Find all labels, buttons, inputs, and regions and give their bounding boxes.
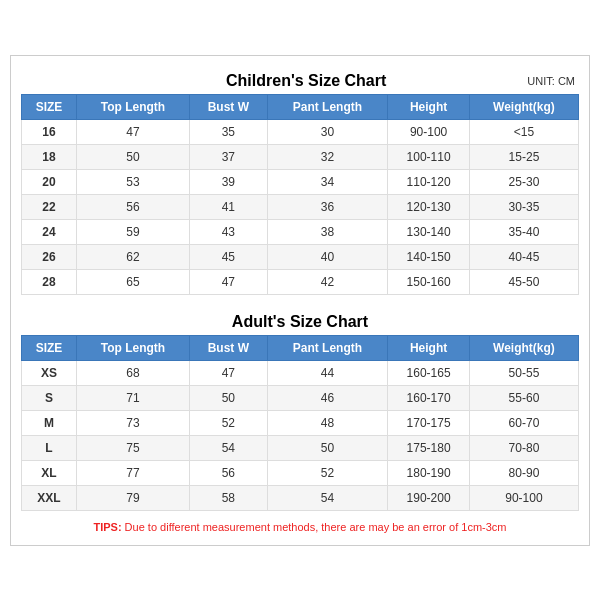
table-cell: XS <box>22 360 77 385</box>
table-cell: S <box>22 385 77 410</box>
table-row: 20533934110-12025-30 <box>22 169 579 194</box>
adult-col-header: Bust W <box>190 335 268 360</box>
table-cell: 34 <box>267 169 388 194</box>
table-cell: 59 <box>76 219 189 244</box>
size-chart-container: Children's Size Chart UNIT: CM SIZETop L… <box>10 55 590 546</box>
table-cell: 150-160 <box>388 269 470 294</box>
table-cell: 16 <box>22 119 77 144</box>
table-cell: 30 <box>267 119 388 144</box>
table-cell: 110-120 <box>388 169 470 194</box>
table-cell: 130-140 <box>388 219 470 244</box>
table-row: XS684744160-16550-55 <box>22 360 579 385</box>
table-cell: 90-100 <box>388 119 470 144</box>
tips-text: Due to different measurement methods, th… <box>122 521 507 533</box>
table-cell: 65 <box>76 269 189 294</box>
table-cell: 42 <box>267 269 388 294</box>
table-cell: 26 <box>22 244 77 269</box>
table-cell: 140-150 <box>388 244 470 269</box>
table-row: 24594338130-14035-40 <box>22 219 579 244</box>
table-cell: 41 <box>190 194 268 219</box>
table-row: 18503732100-11015-25 <box>22 144 579 169</box>
table-cell: XL <box>22 460 77 485</box>
table-cell: 47 <box>190 360 268 385</box>
table-cell: 80-90 <box>469 460 578 485</box>
table-cell: 190-200 <box>388 485 470 510</box>
table-row: L755450175-18070-80 <box>22 435 579 460</box>
table-cell: 55-60 <box>469 385 578 410</box>
adult-size-table: SIZETop LengthBust WPant LengthHeightWei… <box>21 335 579 511</box>
table-cell: 39 <box>190 169 268 194</box>
table-cell: 50 <box>76 144 189 169</box>
adult-col-header: Height <box>388 335 470 360</box>
table-row: M735248170-17560-70 <box>22 410 579 435</box>
children-header-row: SIZETop LengthBust WPant LengthHeightWei… <box>22 94 579 119</box>
table-cell: 73 <box>76 410 189 435</box>
table-cell: 75 <box>76 435 189 460</box>
table-cell: 71 <box>76 385 189 410</box>
children-size-table: SIZETop LengthBust WPant LengthHeightWei… <box>21 94 579 295</box>
table-cell: 90-100 <box>469 485 578 510</box>
table-cell: <15 <box>469 119 578 144</box>
table-row: 26624540140-15040-45 <box>22 244 579 269</box>
table-cell: 52 <box>267 460 388 485</box>
table-cell: 40-45 <box>469 244 578 269</box>
table-cell: 68 <box>76 360 189 385</box>
table-cell: 15-25 <box>469 144 578 169</box>
tips-label: TIPS: <box>93 521 121 533</box>
table-cell: 47 <box>76 119 189 144</box>
table-cell: 160-165 <box>388 360 470 385</box>
table-cell: 50-55 <box>469 360 578 385</box>
children-col-header: Bust W <box>190 94 268 119</box>
table-cell: 70-80 <box>469 435 578 460</box>
table-cell: 170-175 <box>388 410 470 435</box>
table-cell: 35 <box>190 119 268 144</box>
table-row: 22564136120-13030-35 <box>22 194 579 219</box>
table-cell: 32 <box>267 144 388 169</box>
adult-col-header: SIZE <box>22 335 77 360</box>
adult-header-row: SIZETop LengthBust WPant LengthHeightWei… <box>22 335 579 360</box>
children-col-header: Top Length <box>76 94 189 119</box>
table-cell: 48 <box>267 410 388 435</box>
table-cell: 45 <box>190 244 268 269</box>
table-cell: 30-35 <box>469 194 578 219</box>
table-cell: 53 <box>76 169 189 194</box>
table-cell: 120-130 <box>388 194 470 219</box>
table-cell: 50 <box>267 435 388 460</box>
table-cell: 24 <box>22 219 77 244</box>
table-cell: 60-70 <box>469 410 578 435</box>
table-cell: 58 <box>190 485 268 510</box>
children-col-header: Pant Length <box>267 94 388 119</box>
table-cell: 44 <box>267 360 388 385</box>
table-cell: L <box>22 435 77 460</box>
table-cell: 79 <box>76 485 189 510</box>
table-row: 28654742150-16045-50 <box>22 269 579 294</box>
table-cell: 54 <box>190 435 268 460</box>
table-cell: 54 <box>267 485 388 510</box>
adult-col-header: Weight(kg) <box>469 335 578 360</box>
table-cell: 20 <box>22 169 77 194</box>
table-cell: 47 <box>190 269 268 294</box>
children-col-header: SIZE <box>22 94 77 119</box>
table-row: XXL795854190-20090-100 <box>22 485 579 510</box>
table-cell: 56 <box>190 460 268 485</box>
table-cell: 18 <box>22 144 77 169</box>
table-cell: 22 <box>22 194 77 219</box>
adult-title-row: Adult's Size Chart <box>21 307 579 335</box>
table-cell: 36 <box>267 194 388 219</box>
unit-label: UNIT: CM <box>527 75 575 87</box>
table-cell: 46 <box>267 385 388 410</box>
children-col-header: Height <box>388 94 470 119</box>
table-cell: 100-110 <box>388 144 470 169</box>
adult-chart-title: Adult's Size Chart <box>85 313 515 331</box>
table-cell: 56 <box>76 194 189 219</box>
children-title-row: Children's Size Chart UNIT: CM <box>21 66 579 94</box>
table-cell: 180-190 <box>388 460 470 485</box>
table-cell: 77 <box>76 460 189 485</box>
table-cell: 175-180 <box>388 435 470 460</box>
adult-col-header: Pant Length <box>267 335 388 360</box>
table-cell: 50 <box>190 385 268 410</box>
tips-row: TIPS: Due to different measurement metho… <box>21 515 579 535</box>
table-cell: XXL <box>22 485 77 510</box>
table-cell: 62 <box>76 244 189 269</box>
table-cell: 25-30 <box>469 169 578 194</box>
